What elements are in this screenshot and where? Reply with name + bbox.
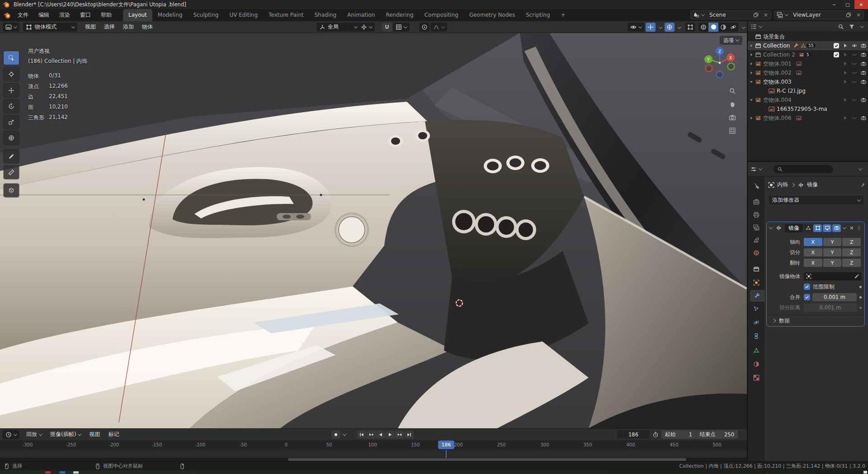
flip-x-button[interactable]: X — [804, 259, 822, 267]
outliner-row-collection2[interactable]: Collection 2 5 — [748, 50, 868, 59]
outliner-row-scene-collection[interactable]: 场景集合 — [748, 32, 868, 41]
tab-world[interactable] — [749, 247, 763, 259]
show-in-viewport-toggle[interactable] — [823, 224, 831, 232]
shading-wireframe-button[interactable] — [698, 23, 708, 32]
maximize-button[interactable]: □ — [841, 0, 854, 9]
outliner-row-image-1663572905[interactable]: 1663572905-3-ma — [748, 104, 868, 114]
jump-to-end-button[interactable] — [405, 431, 414, 439]
collapse-panel-icon[interactable] — [769, 225, 773, 229]
tab-scene[interactable] — [749, 234, 763, 246]
viewlayer-name[interactable]: ViewLayer — [790, 12, 844, 18]
viewport-canvas[interactable]: 用户透视 (186) Collection | 内饰 物体0/31 顶点12,2… — [0, 33, 747, 428]
expand-icon[interactable] — [749, 52, 754, 57]
axis-x-button[interactable]: X — [804, 238, 822, 246]
selectable-icon[interactable] — [843, 43, 848, 48]
blender-menu-icon[interactable] — [4, 12, 11, 19]
tab-compositing[interactable]: Compositing — [419, 9, 464, 21]
show-in-render-toggle[interactable] — [832, 224, 841, 232]
panel-divider[interactable] — [747, 21, 748, 461]
tool-move[interactable] — [4, 84, 19, 97]
shading-solid-button[interactable] — [708, 23, 718, 32]
disable-icon[interactable] — [852, 61, 857, 66]
overlays-toggle[interactable] — [665, 23, 675, 32]
tab-constraints[interactable] — [749, 330, 763, 342]
tab-modeling[interactable]: Modeling — [152, 9, 188, 21]
viewport-pan-icon[interactable] — [729, 101, 736, 109]
viewport-zoom-icon[interactable] — [729, 87, 736, 96]
timeline-menu-marker[interactable]: 标记 — [104, 431, 123, 438]
frame-end-field[interactable]: 结束点250 — [696, 430, 738, 439]
merge-threshold-field[interactable]: 0.001 m — [812, 293, 857, 301]
expand-icon[interactable] — [749, 43, 754, 48]
viewport-menu-select[interactable]: 选择 — [100, 23, 119, 31]
data-subpanel-header[interactable]: 数据 — [767, 315, 864, 326]
playhead-badge[interactable]: 186 — [438, 441, 454, 449]
show-on-cage-toggle[interactable] — [804, 224, 812, 232]
disable-icon[interactable] — [852, 115, 857, 121]
bisect-y-button[interactable]: Y — [823, 248, 842, 256]
play-button[interactable] — [386, 431, 395, 439]
object-visibility-selector[interactable] — [627, 23, 644, 32]
outliner-filter-icon[interactable] — [849, 24, 855, 30]
scrollbar-thumb[interactable] — [288, 458, 686, 461]
bisect-distance-field[interactable]: 0.001 m — [804, 303, 857, 312]
close-button[interactable]: ✕ — [854, 0, 868, 9]
snap-toggle[interactable] — [382, 23, 392, 32]
proportional-edit-toggle[interactable] — [420, 23, 429, 32]
tab-object[interactable] — [749, 277, 763, 289]
outliner-row-empty-001[interactable]: 空物体.001 — [748, 59, 868, 68]
show-in-editmode-toggle[interactable] — [813, 224, 822, 232]
selectable-icon[interactable] — [843, 70, 848, 76]
overlays-dropdown-icon[interactable] — [678, 25, 681, 28]
menu-render[interactable]: 渲染 — [54, 9, 75, 21]
mirror-object-field[interactable] — [804, 272, 862, 280]
snap-target-selector[interactable] — [393, 23, 410, 32]
viewport-menu-view[interactable]: 视图 — [81, 23, 100, 31]
tool-transform[interactable] — [4, 131, 19, 145]
render-camera-icon[interactable] — [861, 61, 866, 66]
breadcrumb-object[interactable]: 内饰 — [777, 181, 788, 189]
viewport-camera-icon[interactable] — [729, 114, 736, 123]
viewport-menu-object[interactable]: 物体 — [138, 23, 157, 31]
expand-icon[interactable] — [749, 70, 754, 76]
xray-toggle[interactable] — [685, 23, 695, 32]
editor-type-button[interactable] — [3, 23, 19, 32]
axis-y-button[interactable]: Y — [823, 238, 842, 246]
proportional-falloff-selector[interactable] — [430, 23, 447, 32]
pin-icon[interactable] — [860, 182, 865, 188]
timeline-editor-type-button[interactable] — [3, 430, 19, 439]
tab-sculpting[interactable]: Sculpting — [188, 9, 224, 21]
add-workspace-button[interactable]: + — [556, 9, 571, 21]
expand-icon[interactable] — [749, 115, 754, 121]
tab-rendering[interactable]: Rendering — [380, 9, 419, 21]
timeline-menu-keying[interactable]: 抠像(插帧) — [46, 431, 85, 438]
gizmos-dropdown-icon[interactable] — [659, 25, 662, 28]
tab-view-layer[interactable] — [749, 222, 763, 233]
hide-eye-icon[interactable] — [852, 43, 857, 48]
bisect-x-button[interactable]: X — [804, 248, 822, 256]
axis-z-button[interactable]: Z — [842, 238, 861, 246]
properties-filter-dropdown-icon[interactable] — [859, 166, 862, 170]
frame-start-field[interactable]: 起始1 — [661, 430, 696, 439]
flip-z-button[interactable]: Z — [842, 259, 861, 267]
outliner-search-icon[interactable] — [838, 24, 844, 30]
scene-name[interactable]: Scene — [707, 12, 751, 18]
checkbox-icon[interactable] — [834, 43, 839, 48]
next-keyframe-button[interactable] — [395, 431, 404, 439]
tab-texture[interactable] — [749, 372, 763, 384]
tab-output[interactable] — [749, 209, 763, 221]
tab-physics[interactable] — [749, 317, 763, 328]
add-modifier-button[interactable]: 添加修改器 — [768, 195, 864, 205]
tool-select-box[interactable] — [4, 51, 19, 65]
gizmos-toggle[interactable] — [646, 23, 656, 32]
render-camera-icon[interactable] — [861, 70, 866, 76]
drag-handle-icon[interactable] — [856, 225, 862, 231]
tool-rotate[interactable] — [4, 100, 19, 113]
delete-modifier-icon[interactable] — [849, 225, 854, 231]
current-frame-field[interactable]: 186 — [617, 430, 650, 439]
timeline-scrollbar[interactable] — [0, 458, 747, 461]
properties-editor-type-button[interactable] — [750, 166, 762, 172]
disable-icon[interactable] — [852, 79, 857, 85]
render-camera-icon[interactable] — [861, 115, 866, 121]
tab-tool[interactable] — [749, 180, 763, 192]
